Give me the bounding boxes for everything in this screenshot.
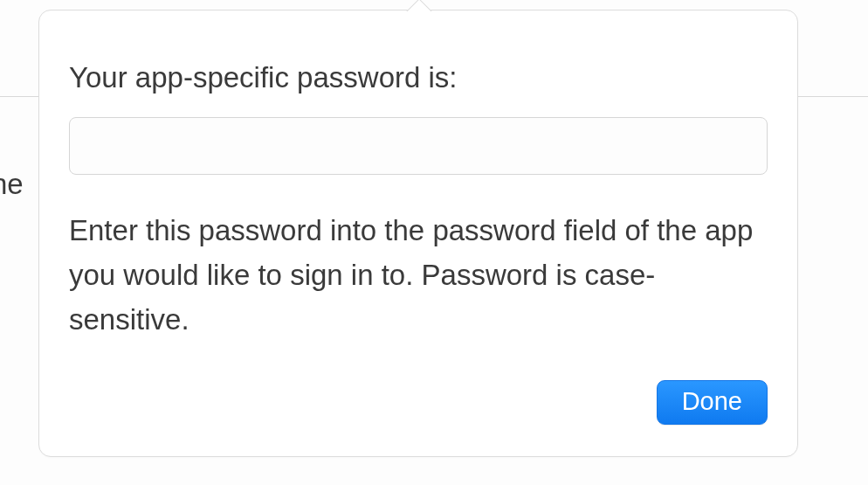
popover-arrow-icon bbox=[401, 0, 436, 11]
done-button[interactable]: Done bbox=[657, 380, 768, 425]
background-partial-text: he bbox=[0, 168, 24, 201]
instruction-text: Enter this password into the password fi… bbox=[69, 208, 768, 342]
popover-title: Your app-specific password is: bbox=[69, 61, 768, 94]
app-specific-password-field[interactable] bbox=[69, 117, 768, 175]
button-row: Done bbox=[69, 380, 768, 425]
password-popover: Your app-specific password is: Enter thi… bbox=[38, 10, 798, 457]
